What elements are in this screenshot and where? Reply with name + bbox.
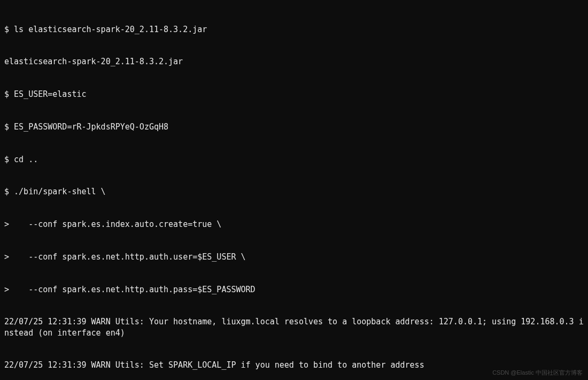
terminal-line: $ ES_PASSWORD=rR-JpkdsRPYeQ-OzGqH8: [4, 121, 584, 132]
terminal-line: > --conf spark.es.net.http.auth.user=$ES…: [4, 252, 584, 262]
terminal-line: elasticsearch-spark-20_2.11-8.3.2.jar: [4, 56, 584, 67]
terminal-line: $ ls elasticsearch-spark-20_2.11-8.3.2.j…: [4, 24, 584, 35]
terminal-line: $ ES_USER=elastic: [4, 89, 584, 100]
watermark-text: CSDN @Elastic 中国社区官方博客: [492, 369, 583, 377]
terminal-output[interactable]: $ ls elasticsearch-spark-20_2.11-8.3.2.j…: [4, 2, 584, 380]
terminal-line: > --conf spark.es.net.http.auth.pass=$ES…: [4, 284, 584, 295]
terminal-line: > --conf spark.es.index.auto.create=true…: [4, 219, 584, 230]
terminal-line: $ cd ..: [4, 154, 584, 165]
terminal-line: 22/07/25 12:31:39 WARN Utils: Your hostn…: [4, 316, 584, 338]
terminal-line: $ ./bin/spark-shell \: [4, 186, 584, 197]
